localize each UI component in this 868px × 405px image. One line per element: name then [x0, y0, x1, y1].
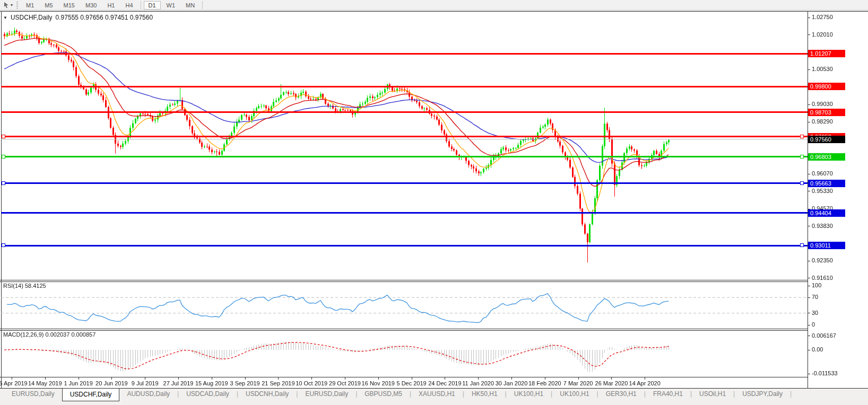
date-axis-label: 24 Dec 2019 — [428, 380, 461, 386]
timeframe-button-d1[interactable]: D1 — [144, 1, 161, 10]
chart-tab-audusd-daily[interactable]: AUDUSD,Daily — [119, 389, 177, 399]
date-axis-label: 18 Feb 2020 — [528, 380, 561, 386]
date-axis-label: 15 Aug 2019 — [195, 380, 228, 386]
chart-symbol-label: USDCHF,Daily — [11, 14, 53, 21]
timeframe-button-mn[interactable]: MN — [181, 1, 199, 10]
timeframe-button-h4[interactable]: H4 — [120, 1, 137, 10]
terminal-window: ▾ M1M5M15M30H1H4D1W1MN ▼ USDCHF,Daily 0.… — [0, 0, 868, 405]
chart-tab-uk100-h1[interactable]: UK100,H1 — [507, 389, 551, 399]
chart-title: ▼ USDCHF,Daily 0.97555 0.97656 0.97451 0… — [3, 14, 153, 21]
price-axis-tick-label: 0.99030 — [812, 101, 833, 107]
rsi-axis-tick-label: 70 — [812, 294, 818, 300]
date-axis-label: 5 Dec 2019 — [396, 380, 426, 386]
timeframe-toolbar: M1M5M15M30H1H4D1W1MN — [21, 0, 205, 10]
toolbar-grip[interactable] — [16, 2, 19, 9]
date-axis-tick — [412, 377, 412, 380]
rsi-pane-label: RSI(14) 58.4125 — [3, 283, 46, 289]
date-axis-label: 3 Sep 2019 — [230, 380, 259, 386]
rsi-axis-tick-label: 30 — [812, 310, 818, 316]
chart-tab-fra40-h1[interactable]: FRA40,H1 — [646, 389, 690, 399]
level-price-label: 1.01207 — [808, 50, 845, 57]
date-axis-tick — [45, 377, 46, 380]
toolbar: ▾ M1M5M15M30H1H4D1W1MN — [0, 0, 868, 11]
chart-tab-ger30-h1[interactable]: GER30,H1 — [598, 389, 644, 399]
toolbar-separator — [202, 1, 203, 9]
chart-tab-usdchf-daily[interactable]: USDCHF,Daily — [62, 389, 120, 401]
crosshair-cursor-icon — [3, 2, 10, 8]
date-axis-tick — [12, 377, 12, 380]
timeframe-button-w1[interactable]: W1 — [162, 1, 180, 10]
date-axis-label: 25 Apr 2019 — [0, 380, 28, 386]
price-axis-tick-label: 1.02750 — [812, 14, 833, 20]
date-axis-tick — [511, 377, 512, 380]
level-price-label: 0.96803 — [808, 153, 845, 161]
date-axis-tick — [645, 377, 645, 380]
toolbar-separator — [141, 1, 141, 9]
macd-indicator-canvas[interactable] — [1, 331, 808, 377]
date-axis-tick — [311, 377, 312, 380]
date-axis-label: 9 Jul 2019 — [132, 380, 159, 386]
date-axis-tick — [545, 377, 545, 380]
date-axis-label: 21 Sep 2019 — [262, 380, 294, 386]
date-axis-tick — [212, 377, 212, 380]
chart-tab-bar: EURUSD,DailyUSDCHF,DailyAUDUSD,Daily|USD… — [0, 389, 868, 405]
chart-tab-usdcnh-daily[interactable]: USDCNH,Daily — [238, 389, 296, 399]
chart-tab-usdcad-daily[interactable]: USDCAD,Daily — [179, 389, 237, 399]
chart-tab-uk100-h1[interactable]: UK100,H1 — [552, 389, 596, 399]
price-axis-tick-label: 0.95330 — [812, 188, 833, 194]
level-price-label: 0.93011 — [808, 242, 845, 249]
date-axis-tick — [245, 377, 246, 380]
rsi-axis-tick-label: 100 — [812, 282, 821, 288]
chart-tab-eurusd-daily[interactable]: EURUSD,Daily — [298, 389, 355, 399]
date-axis-label: 20 Jun 2019 — [96, 380, 128, 386]
timeframe-button-m5[interactable]: M5 — [40, 1, 57, 10]
bid-price-label: 0.97560 — [808, 136, 845, 143]
date-axis-tick — [111, 377, 112, 380]
date-axis-label: 26 Mar 2020 — [595, 380, 628, 386]
date-axis-tick — [378, 377, 379, 380]
date-axis-label: 14 May 2019 — [28, 380, 62, 386]
date-axis-label: 16 Nov 2019 — [362, 380, 395, 386]
price-axis-border — [808, 11, 808, 388]
price-axis-tick-label: 1.00530 — [812, 66, 833, 72]
date-axis-tick — [578, 377, 579, 380]
chevron-down-icon[interactable]: ▾ — [11, 3, 13, 7]
timeframe-button-h1[interactable]: H1 — [102, 1, 119, 10]
date-axis-tick — [345, 377, 345, 380]
price-axis-tick-label: 0.93830 — [812, 223, 833, 229]
macd-axis-tick-label: 0.006167 — [812, 332, 836, 339]
chart-tab-xauusd-h1[interactable]: XAUUSD,H1 — [411, 389, 463, 399]
symbol-dropdown-icon[interactable]: ▼ — [3, 15, 7, 20]
candlestick-chart-canvas[interactable] — [1, 12, 808, 280]
chart-tab-usdjpy-daily[interactable]: USDJPY,Daily — [735, 389, 790, 399]
pane-separator[interactable] — [0, 329, 808, 329]
chart-bottom-border — [0, 377, 808, 377]
pane-separator[interactable] — [0, 280, 808, 280]
date-axis-label: 27 Jul 2019 — [163, 380, 194, 386]
price-axis-tick-label: 0.91610 — [812, 275, 833, 281]
date-axis-label: 10 Oct 2019 — [296, 380, 327, 386]
chart-tab-usoil-h1[interactable]: USOil,H1 — [692, 389, 733, 399]
date-axis-label: 7 Mar 2020 — [563, 380, 593, 386]
price-axis-tick-label: 1.02010 — [812, 31, 833, 38]
macd-pane-label: MACD(12,26,9) 0.002037 0.000857 — [3, 331, 96, 338]
date-axis-label: 1 Jun 2019 — [64, 380, 92, 386]
rsi-indicator-canvas[interactable] — [1, 282, 808, 329]
price-axis-tick-label: 0.94570 — [812, 205, 833, 212]
chart-tab-hk50-h1[interactable]: HK50,H1 — [464, 389, 505, 399]
date-axis-tick — [178, 377, 179, 380]
date-axis-tick — [145, 377, 145, 380]
price-axis-tick-label: 0.92350 — [812, 257, 833, 263]
date-axis-label: 30 Jan 2020 — [496, 380, 528, 386]
level-price-label: 0.95663 — [808, 180, 845, 187]
date-axis-tick — [278, 377, 279, 380]
timeframe-button-m15[interactable]: M15 — [59, 1, 80, 10]
level-price-label: 0.98703 — [808, 109, 845, 116]
timeframe-button-m30[interactable]: M30 — [81, 1, 101, 10]
chart-tab-gbpusd-m5[interactable]: GBPUSD,M5 — [357, 389, 410, 399]
date-axis-tick — [478, 377, 479, 380]
chart-tab-eurusd-daily[interactable]: EURUSD,Daily — [4, 389, 62, 399]
cursor-tool-button[interactable]: ▾ — [1, 1, 15, 10]
price-axis-tick-label: 0.98290 — [812, 118, 833, 125]
timeframe-button-m1[interactable]: M1 — [21, 1, 39, 10]
